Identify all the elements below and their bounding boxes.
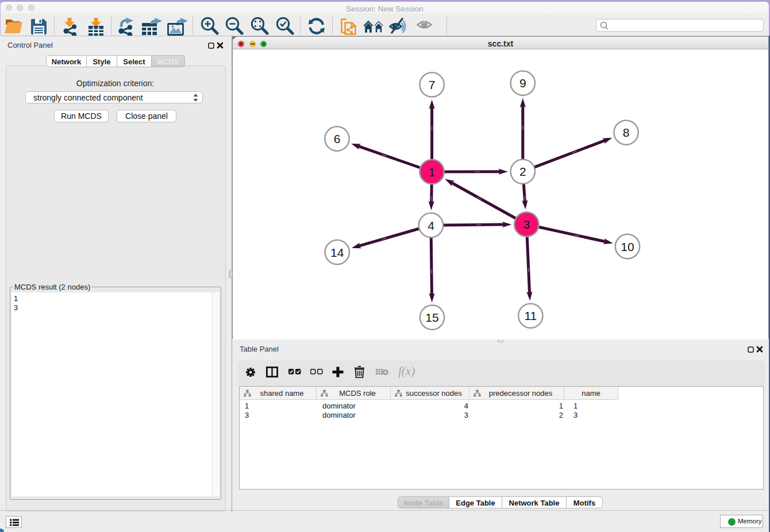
svg-text:6: 6 — [334, 132, 341, 145]
svg-text:10: 10 — [621, 240, 634, 253]
svg-text:4: 4 — [428, 219, 434, 232]
svg-text:1: 1 — [429, 165, 436, 179]
svg-text:3: 3 — [523, 218, 530, 231]
svg-text:7: 7 — [429, 78, 436, 91]
svg-text:15: 15 — [425, 311, 438, 324]
svg-text:8: 8 — [623, 126, 630, 139]
svg-text:9: 9 — [519, 76, 526, 90]
svg-text:2: 2 — [519, 165, 526, 178]
svg-text:11: 11 — [524, 309, 537, 322]
svg-text:14: 14 — [330, 246, 344, 259]
